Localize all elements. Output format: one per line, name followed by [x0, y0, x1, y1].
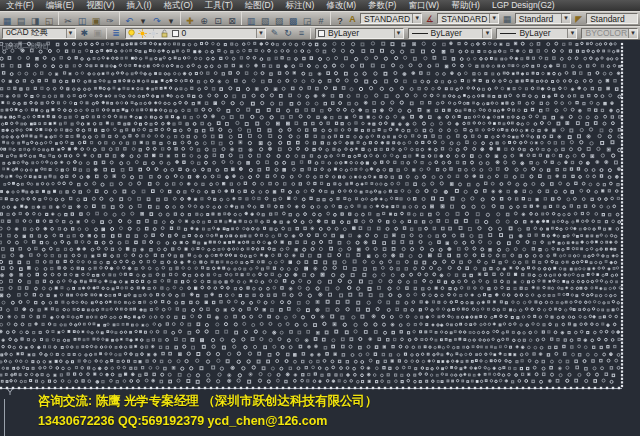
menu-item-10[interactable]: 参数(P) [362, 0, 402, 11]
chevron-down-icon: ▼ [489, 14, 498, 23]
menu-item-8[interactable]: 标注(N) [280, 0, 321, 11]
undo-expand-icon[interactable]: ▾ [137, 15, 150, 27]
plot-style-select: BYCOLOR ▼ [581, 28, 638, 39]
autocad-window: 文件(F)编辑(E)视图(V)插入(I)格式(O)工具(T)绘图(D)标注(N)… [0, 0, 640, 436]
toolbar-separator [180, 11, 181, 26]
redo-expand-icon[interactable]: ▾ [165, 15, 178, 27]
linetype-select[interactable]: ByLayer ▼ [408, 28, 493, 39]
standard-toolbar-icons: ▦▤◨◱✂◫▣✑↶▾↷▾✚⊕⊡⊠▥▧▨▩◲#? [0, 11, 347, 26]
chevron-down-icon: ▼ [561, 14, 570, 23]
toolbar-separator [119, 11, 120, 26]
plot-preview-icon[interactable]: ◨ [29, 15, 42, 27]
chevron-down-icon: ▼ [256, 29, 265, 38]
menu-item-1[interactable]: 文件(F) [0, 0, 40, 11]
contact-line-1: 咨询交流: 陈鹰 光学专案经理 （深圳市跃创达科技有限公司） [38, 392, 378, 412]
viewport-controls-label[interactable]: [-][俯视][二维线框] [2, 42, 48, 51]
menu-item-3[interactable]: 视图(V) [80, 0, 120, 11]
text-style-select[interactable]: STANDARD ▼ [360, 13, 422, 24]
save-icon[interactable]: ▦ [1, 15, 14, 27]
workspace-settings-icon[interactable]: ✱ [78, 27, 90, 39]
zoom-window-icon[interactable]: ⊡ [212, 15, 225, 27]
ucs-y-axis-line [4, 399, 5, 436]
layer-properties-icon[interactable]: ≣ [110, 27, 122, 39]
redo-icon[interactable]: ↷ [151, 15, 164, 27]
layer-viewport-sun-icon[interactable] [149, 29, 158, 38]
table-style-select[interactable]: Standard ▼ [515, 13, 571, 24]
object-color-select[interactable]: ByLayer ▼ [315, 28, 404, 39]
help-icon[interactable]: ? [334, 15, 347, 27]
ucs-y-axis-label: Y [7, 387, 13, 397]
lineweight-sample [500, 33, 516, 34]
menu-item-9[interactable]: 修改(M) [320, 0, 362, 11]
menu-item-6[interactable]: 工具(T) [199, 0, 239, 11]
plot-icon[interactable]: ▤ [15, 15, 28, 27]
quickcalc-icon[interactable]: # [315, 15, 328, 27]
my-workspace-icon[interactable]: ▣ [91, 27, 103, 39]
toolbar-separator [241, 11, 242, 26]
layer-thaw-sun-icon[interactable] [138, 29, 147, 38]
chevron-down-icon: ▼ [567, 29, 576, 38]
undo-icon[interactable]: ↶ [123, 15, 136, 27]
standard-toolbar: ▦▤◨◱✂◫▣✑↶▾↷▾✚⊕⊡⊠▥▧▨▩◲#? A STANDARD ▼ ∡ S… [0, 11, 640, 26]
text-style-icon[interactable]: A [348, 13, 358, 25]
linetype-sample [412, 33, 428, 34]
layer-on-bulb-icon[interactable] [127, 29, 136, 38]
toolbar-separator [330, 11, 331, 26]
dim-style-icon[interactable]: ∡ [425, 13, 435, 25]
contact-info-overlay: 咨询交流: 陈鹰 光学专案经理 （深圳市跃创达科技有限公司） 134306722… [38, 392, 378, 431]
publish-icon[interactable]: ◱ [43, 15, 56, 27]
markup-icon[interactable]: ◲ [301, 15, 314, 27]
lgp-dot-pattern-canvas[interactable] [0, 40, 640, 436]
menu-item-2[interactable]: 编辑(E) [40, 0, 80, 11]
mleader-style-icon[interactable]: ◤ [574, 13, 584, 25]
pan-icon[interactable]: ✚ [184, 15, 197, 27]
chevron-down-icon: ▼ [66, 29, 75, 38]
properties-icon[interactable]: ▥ [245, 15, 258, 27]
model-space-viewport[interactable]: [-][俯视][二维线框] Y 咨询交流: 陈鹰 光学专案经理 （深圳市跃创达科… [0, 40, 640, 436]
layer-color-swatch[interactable] [172, 30, 179, 37]
menu-item-7[interactable]: 绘图(D) [239, 0, 280, 11]
dim-style-select[interactable]: STANDARD ▼ [437, 13, 499, 24]
lineweight-select[interactable]: ByLayer ▼ [496, 28, 577, 39]
layer-states-icon[interactable]: ≡ [295, 27, 307, 39]
color-bylayer-swatch [318, 30, 325, 37]
menu-bar: 文件(F)编辑(E)视图(V)插入(I)格式(O)工具(T)绘图(D)标注(N)… [0, 0, 640, 11]
chevron-down-icon: ▼ [628, 29, 637, 38]
toolbar-separator [106, 28, 107, 39]
chevron-down-icon: ▼ [482, 29, 491, 38]
menu-item-5[interactable]: 格式(O) [158, 0, 199, 11]
layers-properties-toolbar: oCAD 经典 ▼ ✱ ▣ ≣ 0 ▼ ✎ ↻ ≡ ByLayer ▼ ByLa… [0, 26, 640, 40]
match-properties-icon[interactable]: ✑ [104, 15, 117, 27]
layer-unlock-icon[interactable] [160, 29, 169, 38]
make-object-layer-current-icon[interactable]: ✎ [268, 27, 280, 39]
toolbar-separator [58, 11, 59, 26]
toolbar-separator [310, 28, 311, 39]
cut-icon[interactable]: ✂ [62, 15, 75, 27]
chevron-down-icon: ▼ [412, 14, 421, 23]
menu-item-11[interactable]: 窗口(W) [402, 0, 445, 11]
menu-item-4[interactable]: 插入(I) [121, 0, 158, 11]
sheet-set-manager-icon[interactable]: ▩ [287, 15, 300, 27]
paste-icon[interactable]: ▣ [90, 15, 103, 27]
table-style-icon[interactable]: ▦ [502, 13, 513, 25]
chevron-down-icon: ▼ [394, 29, 403, 38]
designcenter-icon[interactable]: ▧ [259, 15, 272, 27]
zoom-realtime-icon[interactable]: ⊕ [198, 15, 211, 27]
layer-select[interactable]: 0 ▼ [125, 28, 266, 39]
menu-item-13[interactable]: LGP Design(G2) [486, 0, 561, 11]
workspace-select[interactable]: oCAD 经典 ▼ [2, 28, 76, 39]
zoom-previous-icon[interactable]: ⊠ [226, 15, 239, 27]
menu-item-12[interactable]: 帮助(H) [445, 0, 486, 11]
layer-previous-icon[interactable]: ↻ [282, 27, 294, 39]
contact-line-2: 13430672236 QQ:569192379 ycd_chen@126.co… [38, 412, 378, 432]
tool-palettes-icon[interactable]: ▨ [273, 15, 286, 27]
copy-icon[interactable]: ◫ [76, 15, 89, 27]
mleader-style-select[interactable]: Standard [586, 13, 638, 24]
